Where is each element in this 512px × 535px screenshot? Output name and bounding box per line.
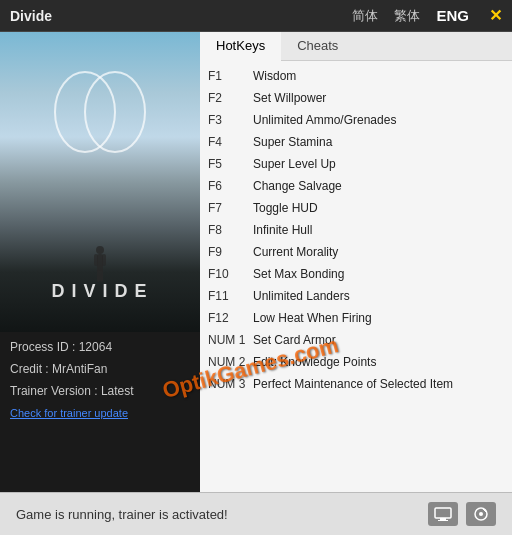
hotkey-key: NUM 1 (208, 331, 253, 349)
hotkey-action: Change Salvage (253, 177, 342, 195)
lang-english[interactable]: ENG (432, 5, 473, 26)
status-icons (428, 502, 496, 526)
hotkey-key: F1 (208, 67, 253, 85)
hotkey-action: Current Morality (253, 243, 338, 261)
hotkey-row: F1Wisdom (208, 65, 504, 87)
hotkey-action: Super Stamina (253, 133, 332, 151)
hotkey-row: F6Change Salvage (208, 175, 504, 197)
hotkey-action: Infinite Hull (253, 221, 312, 239)
game-image: D I V I D E (0, 32, 200, 332)
hotkey-row: F3Unlimited Ammo/Grenades (208, 109, 504, 131)
hotkey-row: F7Toggle HUD (208, 197, 504, 219)
hotkey-row: F9Current Morality (208, 241, 504, 263)
hotkey-row: F4Super Stamina (208, 131, 504, 153)
update-link-row[interactable]: Check for trainer update (10, 406, 190, 420)
version-label: Trainer Version : Latest (10, 384, 134, 398)
svg-point-12 (479, 512, 483, 516)
hotkey-key: F7 (208, 199, 253, 217)
tab-bar: HotKeys Cheats (200, 32, 512, 61)
hotkey-action: Edit: Knowledge Points (253, 353, 376, 371)
credit-value: MrAntiFan (52, 362, 107, 376)
monitor-icon-button[interactable] (428, 502, 458, 526)
lang-traditional[interactable]: 繁体 (390, 5, 424, 27)
hotkey-key: NUM 3 (208, 375, 253, 393)
hotkey-action: Unlimited Ammo/Grenades (253, 111, 396, 129)
hotkey-action: Toggle HUD (253, 199, 318, 217)
left-panel: D I V I D E Process ID (0, 32, 200, 492)
hotkey-row: F8Infinite Hull (208, 219, 504, 241)
process-id-row: Process ID : 12064 (10, 340, 190, 354)
process-id-label: Process ID : 12064 (10, 340, 112, 354)
svg-rect-6 (97, 270, 100, 282)
hotkey-key: F6 (208, 177, 253, 195)
credit-label: Credit : (10, 362, 49, 376)
figure-icon (90, 244, 110, 284)
hotkey-action: Set Max Bonding (253, 265, 344, 283)
hotkey-action: Wisdom (253, 67, 296, 85)
status-bar: Game is running, trainer is activated! (0, 492, 512, 535)
svg-rect-4 (94, 254, 98, 266)
main-content: D I V I D E Process ID (0, 32, 512, 492)
game-letter-i1: I (71, 281, 78, 302)
music-icon (473, 506, 489, 522)
hotkeys-list: F1WisdomF2Set WillpowerF3Unlimited Ammo/… (200, 61, 512, 492)
status-message: Game is running, trainer is activated! (16, 507, 228, 522)
tab-cheats[interactable]: Cheats (281, 32, 354, 60)
hotkey-key: F3 (208, 111, 253, 129)
game-letter-d: D (51, 281, 66, 302)
hotkey-action: Super Level Up (253, 155, 336, 173)
svg-rect-10 (438, 520, 448, 521)
hotkey-action: Low Heat When Firing (253, 309, 372, 327)
titlebar: Divide 简体 繁体 ENG ✕ (0, 0, 512, 32)
hotkey-key: F11 (208, 287, 253, 305)
close-button[interactable]: ✕ (489, 6, 502, 25)
hotkey-action: Unlimited Landers (253, 287, 350, 305)
hotkey-action: Perfect Maintenance of Selected Item (253, 375, 453, 393)
hotkey-row: F11Unlimited Landers (208, 285, 504, 307)
update-link[interactable]: Check for trainer update (10, 407, 128, 419)
hotkey-action: Set Willpower (253, 89, 326, 107)
credit-row: Credit : MrAntiFan (10, 362, 190, 376)
hotkey-row: F5Super Level Up (208, 153, 504, 175)
monitor-icon (434, 507, 452, 521)
svg-rect-5 (102, 254, 106, 266)
music-icon-button[interactable] (466, 502, 496, 526)
hotkey-key: F9 (208, 243, 253, 261)
svg-rect-8 (435, 508, 451, 518)
circle-design-icon (40, 62, 160, 162)
hotkey-key: F2 (208, 89, 253, 107)
svg-point-2 (96, 246, 104, 254)
hotkey-key: F10 (208, 265, 253, 283)
hotkey-key: F12 (208, 309, 253, 327)
hotkey-key: F5 (208, 155, 253, 173)
hotkey-action: Set Card Armor (253, 331, 336, 349)
hotkey-key: F4 (208, 133, 253, 151)
right-panel: HotKeys Cheats F1WisdomF2Set WillpowerF3… (200, 32, 512, 492)
app-title: Divide (10, 8, 348, 24)
info-panel: Process ID : 12064 Credit : MrAntiFan Tr… (0, 332, 200, 492)
hotkey-row: NUM 1Set Card Armor (208, 329, 504, 351)
hotkey-row: NUM 2Edit: Knowledge Points (208, 351, 504, 373)
hotkey-key: NUM 2 (208, 353, 253, 371)
game-letter-d2: D (115, 281, 130, 302)
game-letter-e: E (135, 281, 149, 302)
lang-simplified[interactable]: 简体 (348, 5, 382, 27)
language-selector: 简体 繁体 ENG ✕ (348, 5, 502, 27)
tab-hotkeys[interactable]: HotKeys (200, 32, 281, 61)
svg-rect-9 (440, 518, 446, 520)
version-row: Trainer Version : Latest (10, 384, 190, 398)
svg-rect-7 (100, 270, 103, 282)
hotkey-row: F10Set Max Bonding (208, 263, 504, 285)
hotkey-row: F2Set Willpower (208, 87, 504, 109)
hotkey-row: F12Low Heat When Firing (208, 307, 504, 329)
hotkey-key: F8 (208, 221, 253, 239)
hotkey-row: NUM 3Perfect Maintenance of Selected Ite… (208, 373, 504, 395)
